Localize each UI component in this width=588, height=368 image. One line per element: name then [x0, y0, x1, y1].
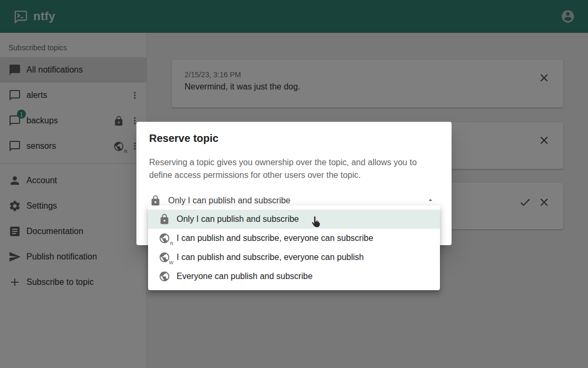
menu-option-everyone-can-publish[interactable]: W I can publish and subscribe, everyone … [148, 248, 440, 267]
select-value: Only I can publish and subscribe [168, 196, 290, 205]
menu-option-label: I can publish and subscribe, everyone ca… [177, 234, 373, 243]
menu-option-only-me[interactable]: Only I can publish and subscribe [148, 210, 440, 229]
chevron-up-icon [426, 196, 435, 204]
dialog-title: Reserve topic [149, 132, 439, 145]
globe-write-icon: W [159, 252, 170, 263]
menu-option-everyone-can-subscribe[interactable]: R I can publish and subscribe, everyone … [148, 229, 440, 248]
globe-sub-letter: R [170, 241, 174, 246]
lock-icon [150, 195, 161, 207]
globe-read-icon: R [159, 232, 170, 244]
globe-sub-letter: W [169, 260, 174, 265]
menu-option-label: Everyone can publish and subscribe [177, 272, 313, 281]
menu-option-everyone[interactable]: Everyone can publish and subscribe [148, 267, 440, 286]
menu-option-label: Only I can publish and subscribe [177, 214, 299, 224]
lock-icon [159, 213, 170, 225]
menu-option-label: I can publish and subscribe, everyone ca… [177, 253, 364, 262]
dialog-description: Reserving a topic gives you ownership ov… [149, 156, 441, 182]
access-permission-menu: Only I can publish and subscribe R I can… [148, 205, 440, 290]
globe-icon [159, 271, 170, 282]
